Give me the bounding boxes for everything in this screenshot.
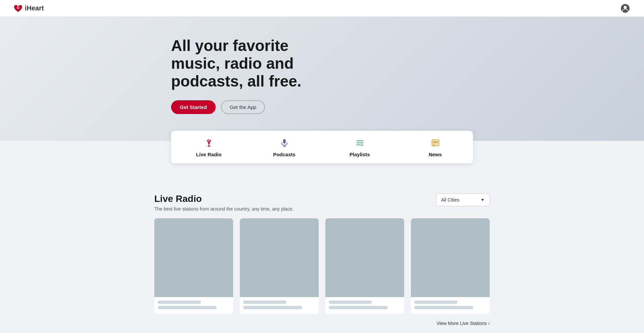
station-card-title-skeleton bbox=[329, 300, 372, 304]
station-card-subtitle-skeleton bbox=[243, 306, 302, 309]
svg-rect-15 bbox=[433, 141, 438, 143]
logo-text: iHeart bbox=[25, 4, 44, 12]
logo[interactable]: iHeart bbox=[13, 4, 44, 13]
hero-section: All your favorite music, radio and podca… bbox=[0, 17, 644, 141]
station-card-image bbox=[411, 218, 490, 297]
station-card-title-skeleton bbox=[414, 300, 458, 304]
live-radio-icon bbox=[204, 138, 214, 149]
news-icon bbox=[431, 138, 440, 149]
station-card[interactable] bbox=[411, 218, 490, 314]
playlists-icon bbox=[355, 138, 365, 149]
view-more-live-stations-link[interactable]: View More Live Stations bbox=[436, 321, 487, 326]
tab-playlists[interactable]: Playlists bbox=[322, 131, 397, 163]
user-account-button[interactable] bbox=[620, 3, 631, 14]
get-app-button[interactable]: Get the App bbox=[221, 100, 265, 114]
podcasts-icon bbox=[280, 138, 289, 149]
iheart-logo-icon bbox=[13, 4, 23, 13]
section-title-block: Live Radio The best live stations from a… bbox=[154, 193, 293, 212]
tab-live-radio[interactable]: Live Radio bbox=[171, 131, 247, 163]
station-card[interactable] bbox=[154, 218, 233, 314]
view-more-chevron-icon: › bbox=[488, 321, 490, 326]
svg-point-4 bbox=[208, 142, 210, 144]
station-card-image bbox=[240, 218, 319, 297]
station-card-title-skeleton bbox=[158, 300, 201, 304]
tab-podcasts[interactable]: Podcasts bbox=[247, 131, 322, 163]
svg-point-3 bbox=[624, 6, 627, 9]
station-card-subtitle-skeleton bbox=[414, 306, 473, 309]
hero-buttons: Get Started Get the App bbox=[171, 100, 265, 114]
svg-point-1 bbox=[17, 7, 19, 8]
view-more-row: View More Live Stations › bbox=[154, 321, 490, 326]
station-card-title-skeleton bbox=[243, 300, 286, 304]
svg-marker-13 bbox=[362, 144, 364, 146]
svg-rect-7 bbox=[283, 139, 286, 144]
tab-news-label: News bbox=[429, 152, 442, 157]
station-card-image bbox=[325, 218, 404, 297]
dropdown-chevron-icon: ▼ bbox=[481, 198, 485, 202]
hero-inner: All your favorite music, radio and podca… bbox=[171, 37, 473, 114]
user-circle-icon bbox=[621, 4, 630, 13]
station-card[interactable] bbox=[240, 218, 319, 314]
section-title: Live Radio bbox=[154, 193, 293, 204]
hero-title: All your favorite music, radio and podca… bbox=[171, 37, 302, 90]
category-tabs: Live Radio Podcasts bbox=[171, 131, 473, 163]
get-started-button[interactable]: Get Started bbox=[171, 100, 216, 114]
station-card-subtitle-skeleton bbox=[158, 306, 217, 309]
station-card[interactable] bbox=[325, 218, 404, 314]
station-cards-grid bbox=[154, 218, 490, 314]
tab-news[interactable]: News bbox=[397, 131, 473, 163]
station-card-subtitle-skeleton bbox=[329, 306, 388, 309]
tab-podcasts-label: Podcasts bbox=[273, 152, 296, 157]
section-header: Live Radio The best live stations from a… bbox=[154, 193, 490, 212]
main-content: Live Radio The best live stations from a… bbox=[154, 177, 490, 333]
main-header: iHeart bbox=[0, 0, 644, 17]
station-card-image bbox=[154, 218, 233, 297]
section-subtitle: The best live stations from around the c… bbox=[154, 206, 293, 212]
tab-playlists-label: Playlists bbox=[350, 152, 370, 157]
cities-dropdown[interactable]: All Cities ▼ bbox=[436, 193, 490, 206]
tab-live-radio-label: Live Radio bbox=[196, 152, 222, 157]
cities-selected-value: All Cities bbox=[441, 197, 459, 203]
